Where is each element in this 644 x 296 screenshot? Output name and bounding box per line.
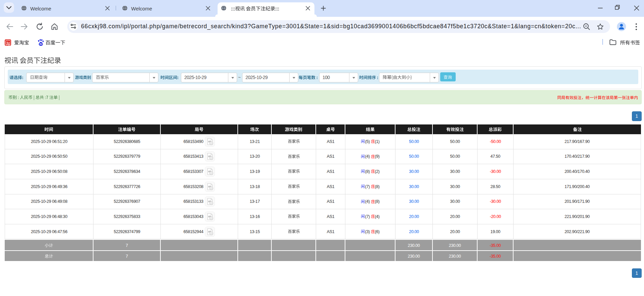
svg-text:du: du xyxy=(39,43,42,45)
